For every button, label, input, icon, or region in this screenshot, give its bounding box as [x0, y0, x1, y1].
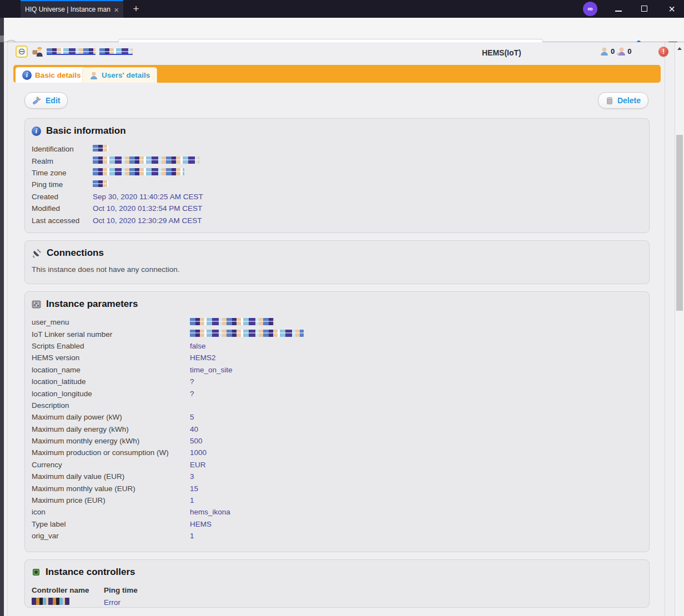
- new-tab-button[interactable]: +: [129, 2, 143, 16]
- left-divider: [7, 42, 8, 616]
- row-label: HEMS version: [32, 354, 190, 362]
- row-value: time_on_site: [190, 366, 233, 374]
- controller-row: Error: [25, 596, 649, 608]
- row-value: HEMS2: [190, 354, 216, 362]
- browser-titlebar: HIQ Universe | Instance manager × + ∞ ×: [0, 0, 684, 18]
- scrollbar-thumb[interactable]: [676, 135, 683, 311]
- left-edge-strip: [0, 18, 4, 616]
- alert-icon[interactable]: !: [658, 47, 668, 57]
- window-maximize-button[interactable]: [641, 6, 647, 12]
- instance-controllers-panel: Instance controllers Controller name Pin…: [24, 559, 650, 608]
- param-row: icon hems_ikona: [25, 506, 649, 518]
- param-row: Description: [25, 400, 649, 411]
- redacted-controller-name: [32, 598, 69, 605]
- basic-information-panel: i Basic information Identification Realm…: [24, 118, 650, 233]
- panel-header: i Basic information: [25, 125, 649, 137]
- engineer-icon: [32, 45, 44, 59]
- column-header: Controller name: [32, 586, 98, 594]
- right-divider: [665, 42, 665, 616]
- param-row: location_name time_on_site: [25, 364, 649, 376]
- panel-title: Basic information: [46, 125, 126, 137]
- param-row: Scripts Enabled false: [25, 340, 649, 352]
- param-row: Maximum monthly value (EUR) 15: [25, 482, 649, 494]
- param-row: Maximum monthly energy (kWh) 500: [25, 435, 649, 447]
- param-row: orig_var 1: [25, 530, 649, 542]
- delete-label: Delete: [617, 96, 641, 105]
- info-row: Last accessed Oct 10, 2020 12:30:29 AM C…: [25, 214, 649, 226]
- row-label: Currency: [32, 461, 190, 469]
- edit-label: Edit: [46, 96, 60, 105]
- instance-name-link-redacted[interactable]: [47, 48, 133, 55]
- edit-button[interactable]: Edit: [24, 92, 68, 109]
- connections-empty-message: This instance does not have any connecti…: [25, 265, 649, 274]
- browser-tab[interactable]: HIQ Universe | Instance manager ×: [21, 0, 123, 18]
- param-row: location_latitude ?: [25, 376, 649, 387]
- row-value: Oct 10, 2020 12:30:29 AM CEST: [93, 216, 202, 225]
- redacted-value: [93, 168, 184, 175]
- wrench-icon: [32, 96, 42, 105]
- param-row: location_longitude ?: [25, 387, 649, 399]
- instance-parameters-panel: Instance parameters user_menu IoT Linker…: [24, 291, 650, 552]
- tab-label: Users' details: [102, 71, 150, 79]
- panel-header: Instance controllers: [25, 567, 649, 578]
- tab-close-icon[interactable]: ×: [114, 5, 119, 14]
- column-header: Ping time: [98, 586, 138, 594]
- row-label: Ping time: [32, 180, 93, 189]
- redacted-text: [99, 48, 133, 55]
- info-row: Identification: [25, 143, 649, 155]
- param-row: Maximum daily energy (kWh) 40: [25, 423, 649, 435]
- row-value: 40: [190, 425, 198, 433]
- row-value: EUR: [190, 461, 206, 469]
- row-label: Maximum price (EUR): [32, 496, 190, 504]
- row-value: 1000: [190, 448, 207, 457]
- window-close-button[interactable]: ×: [664, 1, 680, 17]
- row-label: Maximum production or consumption (W): [32, 448, 190, 457]
- row-value: HEMS: [190, 520, 212, 528]
- row-label: Description: [32, 401, 190, 410]
- param-row: Currency EUR: [25, 459, 649, 471]
- scrollbar[interactable]: [675, 42, 684, 616]
- redacted-value: [190, 318, 274, 325]
- row-value: hems_ikona: [190, 508, 230, 516]
- tab-basic-details[interactable]: i Basic details: [16, 67, 88, 83]
- panel-header: Instance parameters: [25, 299, 649, 310]
- row-label: user_menu: [32, 318, 190, 326]
- info-row: Created Sep 30, 2020 11:40:25 AM CEST: [25, 191, 649, 203]
- trash-icon: [606, 96, 613, 105]
- delete-button[interactable]: Delete: [598, 92, 648, 109]
- row-value: ?: [190, 377, 194, 386]
- panel-header: Connections: [25, 248, 649, 259]
- row-label: Type label: [32, 520, 190, 528]
- param-row: IoT Linker serial number: [25, 328, 649, 340]
- row-label: orig_var: [32, 532, 190, 540]
- plug-icon: [32, 248, 42, 258]
- param-row: Maximum production or consumption (W) 10…: [25, 447, 649, 458]
- user-counters: 0 0: [600, 47, 631, 56]
- row-label: location_latitude: [32, 377, 190, 386]
- row-label: Maximum monthly energy (kWh): [32, 437, 190, 445]
- redacted-text: [47, 48, 95, 55]
- shared-count: 0: [627, 47, 631, 55]
- window-minimize-button[interactable]: [615, 11, 622, 12]
- param-row: HEMS version HEMS2: [25, 352, 649, 363]
- tab-users-details[interactable]: Users' details: [82, 67, 157, 83]
- param-row: Maximum daily value (EUR) 3: [25, 471, 649, 482]
- row-label: Time zone: [32, 169, 93, 177]
- row-label: Maximum daily value (EUR): [32, 472, 190, 481]
- row-label: Maximum monthly value (EUR): [32, 484, 190, 493]
- info-row: Modified Oct 10, 2020 01:32:54 PM CEST: [25, 203, 649, 214]
- panel-title: Instance controllers: [46, 567, 135, 578]
- row-value: Sep 30, 2020 11:40:25 AM CEST: [93, 193, 203, 201]
- row-label: Maximum daily energy (kWh): [32, 425, 190, 433]
- param-row: Maximum price (EUR) 1: [25, 494, 649, 506]
- row-label: location_name: [32, 366, 190, 374]
- shared-user-icon: [616, 47, 626, 56]
- row-value: 1: [190, 496, 194, 504]
- connections-panel: Connections This instance does not have …: [24, 240, 650, 284]
- row-value: 3: [190, 472, 194, 481]
- info-icon: i: [32, 127, 41, 136]
- panels: i Basic information Identification Realm…: [24, 118, 650, 615]
- scrollbar-up-arrow[interactable]: [677, 47, 682, 50]
- collapse-button[interactable]: ⊖: [16, 46, 28, 58]
- panel-title: Instance parameters: [46, 299, 138, 310]
